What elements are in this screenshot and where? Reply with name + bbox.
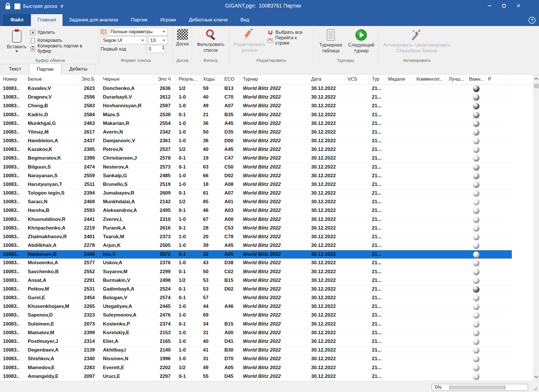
cell: 10083.. [0,302,25,311]
column-header[interactable]: Дата [308,75,345,84]
column-header[interactable]: Черные [100,75,155,84]
ribbon-tab-Игроки[interactable]: Игроки [154,14,182,26]
cell: Begmuratov,K [25,154,79,162]
maximize-button[interactable] [497,0,511,12]
column-header[interactable]: Тур [369,75,385,84]
filter-list-button[interactable]: Фильтровать список [195,28,226,54]
column-header[interactable]: ECO [221,75,240,84]
column-header[interactable]: VCS [345,75,369,84]
table-row[interactable]: 10083..Mamedov,E2283Everett,E22021/249A0… [0,364,512,372]
table-row[interactable]: 10083..Harsha,B2593Aleksandrov,A24950-14… [0,206,512,215]
table-row[interactable]: 10083..Begmuratov,K2399Christiansen,J257… [0,154,512,163]
font-select[interactable]: Segoe UI [101,36,146,44]
ribbon-tab-Главная[interactable]: Главная [31,14,62,26]
delete-button[interactable]: Удалить [30,29,97,36]
copy-games-to-clipboard-button[interactable]: Копировать партии в буфер [30,45,97,52]
font-size-select[interactable]: 13 [148,36,168,44]
table-row[interactable]: 10083..Bilguun,S2474Nesterov,A25730-163C… [0,163,512,172]
table-row[interactable]: 10083..Sapenov,D2323Suleymenov,A24761-06… [0,311,512,320]
view-tab-Текст[interactable]: Текст [1,64,29,74]
cell: Donchenko,A [100,84,155,93]
column-header[interactable]: Медали [385,75,414,84]
table-row[interactable]: 10083..Kadric,D2584Maze,S25380-121B35Wor… [0,111,512,119]
column-header[interactable]: Номер [0,75,25,84]
goto-row-button[interactable]: Перейти к строке [267,37,311,44]
table-row[interactable]: 10083..Munkhgal,G2463Makarian,R25541-036… [0,119,512,128]
column-header[interactable]: Лучш... [446,75,466,84]
ribbon-tab-Вид[interactable]: Вид [234,14,256,26]
minimize-button[interactable] [482,0,497,12]
cell [485,302,512,311]
trainer-toggle-button[interactable]: Активировать / деактивировать ChessBase-… [381,28,453,55]
list-preset-select[interactable]: Полные параметры [108,28,168,36]
column-header[interactable]: Р [485,75,512,84]
table-row[interactable]: 10083..Khripachenko,A2219Puranik,A26160-… [0,224,512,233]
ribbon-tab-Партии[interactable]: Партии [125,14,154,26]
table-row[interactable]: 10083..Tologon tegin,S2394Jumabayev,R260… [0,189,512,198]
table-row[interactable]: 10083..Cheng,B2583Hovhannisyan,R25971-04… [0,102,512,110]
table-row[interactable]: 10083..Amangeldy,E2097Uruci,E22970-155D4… [0,372,512,381]
column-header[interactable]: Ходы [200,75,221,84]
column-header[interactable]: Эло Ч [155,75,176,84]
table-row[interactable]: 10083..Narayanan,S2559Sankalp,G24851-066… [0,172,512,180]
board-window-icon[interactable] [14,3,20,9]
table-row[interactable]: 10083..Zhalmakhanov,R2401Tsaruk,M23731-0… [0,233,512,241]
scrollbar-thumb[interactable] [534,84,539,88]
table-row[interactable]: 10083..Degenbaev,A2139Akhilbay,I21401-04… [0,346,512,355]
table-row[interactable]: 10083..Shishkov,A2340Nissinen,N19961-031… [0,355,512,363]
table-row[interactable]: 10083..Yilmaz,M2617Averin,N23421-050D35W… [0,128,512,137]
next-tournament-button[interactable]: Следующий турнир [346,28,376,55]
table-row[interactable]: 10083..Gurel,E2454Bologan,V25740-157Worl… [0,294,512,302]
cell: Khusenkhojaev,M [25,302,79,311]
table-row[interactable]: 10083..Kazakov,K2385Petrov,N25371/240A45… [0,145,512,154]
ribbon-tab-Задания для анализа[interactable]: Задания для анализа [62,14,125,26]
vertical-scrollbar[interactable] [533,75,539,381]
scroll-up-icon[interactable] [534,77,538,81]
table-row[interactable]: 10083..Mamatov,M2399Korelskiy,E21531-031… [0,329,512,337]
table-row[interactable]: 10083..Ansat,A2291Burmakin,V24981/253B15… [0,276,512,285]
close-button[interactable]: ✕ [511,0,526,12]
resize-grip-icon[interactable] [533,387,537,391]
chevron-down-icon[interactable] [61,5,63,8]
tournament-table-button[interactable]: Турнирная таблица [315,28,346,55]
table-row[interactable]: 10083..Suleimen,E2073Kostenko,P23740-134… [0,320,512,329]
quick-board-button[interactable]: Быстрая доска [23,3,57,9]
ribbon-tab-Дебютные ключи[interactable]: Дебютные ключи [182,14,234,26]
cell: 21... [369,224,385,232]
paste-button[interactable]: Вставить [3,28,30,53]
table-row[interactable]: 10083..Savchenko,B2552Suyarov,M22990-150… [0,268,512,276]
table-row[interactable]: 10083..Petkov,M2531Gadimbayli,A25240-153… [0,285,512,294]
column-header[interactable]: Эло Б [79,75,100,84]
table-row[interactable]: 10083..Khusnutdinov,R2441Zverev,L23101-0… [0,215,512,224]
column-header[interactable]: Резуль... [176,75,200,84]
first-move-stepper[interactable]: 0 [146,45,166,53]
ribbon-tab-Файл[interactable]: Файл [3,14,31,26]
select-all-button[interactable]: Выбрать все [267,29,311,36]
edit-data-button[interactable]: Редактировать данные [231,28,267,54]
cell: Christiansen,J [100,154,155,162]
cell: 30.12.2022 [308,268,345,276]
table-row[interactable]: 10083..Abdilkhair,A2278Arjun,K25051-039A… [0,241,512,250]
view-tab-Дебюты[interactable]: Дебюты [61,64,95,74]
table-row[interactable]: 10083..Dragnev,V2556Durarbayli,V26121-04… [0,93,512,102]
paste-dropdown-icon[interactable] [15,51,18,52]
cell: 2437 [79,137,100,145]
table-row[interactable]: 10083..Postlmayer,J2314Elier,A21651-040D… [0,337,512,346]
cell: Moiseenko,A [25,259,79,267]
table-row[interactable]: 10083..Harutyunyan,T2511Brunello,S25191-… [0,180,512,189]
table-row[interactable]: 10083..Hambleton,A2437Damjanovic,V23611-… [0,137,512,145]
scroll-down-icon[interactable] [534,374,538,378]
table-row[interactable]: 10083..Saraci,N2468Munkhdalai,A21421/285… [0,198,512,206]
help-icon[interactable]: ? [529,17,536,24]
column-header[interactable]: Комментат... [414,75,446,84]
table-row[interactable]: 10083..Haldorsen,B2449Ivic,V25720-132A05… [0,250,512,259]
column-header[interactable]: Турнир [240,75,308,84]
column-header[interactable]: Белые [25,75,79,84]
board-button[interactable]: Доска [174,28,190,48]
table-row[interactable]: 10083..Moiseenko,A2577Uskov,A23761-043D3… [0,259,512,267]
table-row[interactable]: 10083..Khusenkhojaev,M2265Utegaliyev,A24… [0,302,512,311]
column-header[interactable]: Важн... [466,75,485,84]
view-tab-Партии[interactable]: Партии [29,64,62,75]
table-row[interactable]: 10083..Kovalev,V2623Donchenko,A26361/259… [0,84,512,93]
copy-button[interactable]: Копировать [30,37,97,44]
